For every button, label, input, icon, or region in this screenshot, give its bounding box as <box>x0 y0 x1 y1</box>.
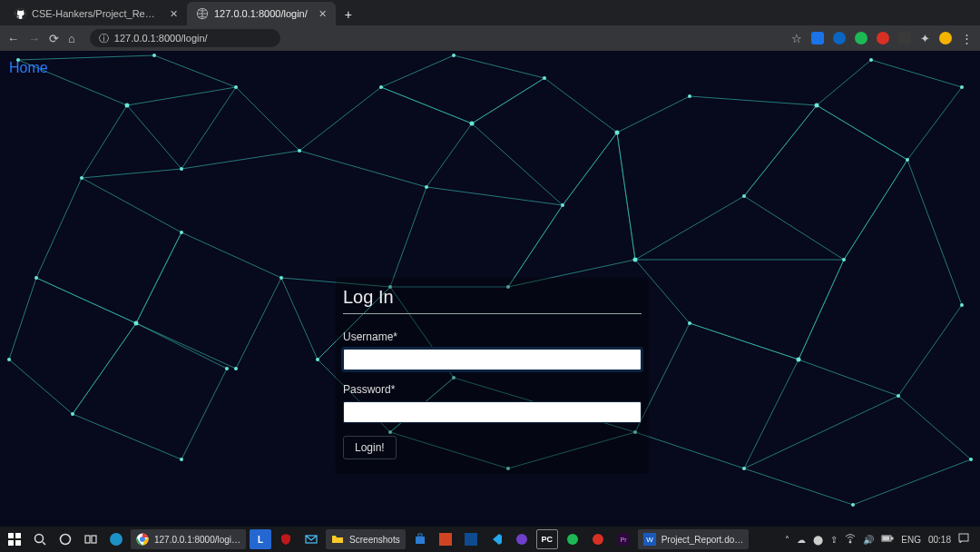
taskbar-app-icon[interactable] <box>435 529 456 549</box>
tab-login[interactable]: 127.0.0.1:8000/login/ ✕ <box>187 2 336 25</box>
taskbar-word[interactable]: W Project_Report.do… <box>638 529 750 549</box>
svg-point-33 <box>906 158 909 162</box>
svg-point-47 <box>869 58 873 62</box>
tray-notifications-icon[interactable] <box>958 533 969 546</box>
svg-point-22 <box>452 54 456 57</box>
tray-wifi-icon[interactable] <box>845 533 856 546</box>
svg-point-35 <box>688 321 691 325</box>
site-info-icon[interactable]: ⓘ <box>99 32 109 45</box>
svg-point-52 <box>35 535 44 543</box>
spotify-icon[interactable] <box>562 529 583 549</box>
cortana-icon[interactable] <box>54 529 76 549</box>
tray-volume-icon[interactable]: 🔊 <box>863 535 874 545</box>
svg-point-16 <box>180 458 183 461</box>
taskbar-chrome-label: 127.0.0.1:8000/logi… <box>154 535 240 545</box>
tray-clock[interactable]: 00:18 <box>928 535 951 545</box>
forward-button[interactable]: → <box>28 32 40 45</box>
svg-point-64 <box>516 534 527 545</box>
taskbar-app-icon[interactable] <box>460 529 482 549</box>
svg-rect-73 <box>891 537 893 539</box>
home-button[interactable]: ⌂ <box>68 32 75 45</box>
premiere-icon[interactable]: Pr <box>612 529 634 549</box>
edge-icon[interactable] <box>105 529 127 549</box>
back-button[interactable]: ← <box>7 32 19 45</box>
word-icon: W <box>643 533 656 546</box>
svg-point-65 <box>567 534 578 545</box>
svg-point-53 <box>61 535 71 545</box>
extension-icon[interactable] <box>855 32 867 44</box>
svg-point-14 <box>7 358 11 361</box>
svg-point-6 <box>180 167 183 171</box>
svg-point-17 <box>279 276 283 280</box>
svg-point-25 <box>561 203 564 207</box>
svg-rect-51 <box>15 540 21 546</box>
svg-point-21 <box>425 185 428 189</box>
tray-icon[interactable]: ☁ <box>797 535 806 545</box>
svg-point-46 <box>960 85 964 89</box>
extensions-puzzle-icon[interactable]: ✦ <box>920 32 930 45</box>
taskbar-explorer[interactable]: Screenshots <box>326 529 406 549</box>
svg-point-11 <box>134 321 139 326</box>
login-button[interactable]: Login! <box>343 436 397 459</box>
globe-icon <box>196 7 209 20</box>
svg-point-45 <box>851 503 855 507</box>
svg-point-13 <box>71 412 74 416</box>
github-icon <box>15 7 26 20</box>
password-input[interactable] <box>343 401 642 423</box>
extension-icon[interactable] <box>898 32 911 44</box>
new-tab-button[interactable]: + <box>336 4 361 25</box>
mail-icon[interactable] <box>300 529 322 549</box>
tab-project-report[interactable]: CSE-Hankers/Project_Report.pdf ✕ <box>5 2 187 25</box>
password-label: Password* <box>343 383 642 396</box>
svg-rect-63 <box>465 533 477 546</box>
taskbar-chrome[interactable]: 127.0.0.1:8000/logi… <box>131 529 246 549</box>
svg-text:W: W <box>646 536 653 544</box>
tray-battery-icon[interactable] <box>881 534 894 545</box>
svg-point-19 <box>379 85 383 89</box>
svg-rect-50 <box>8 540 14 546</box>
svg-point-9 <box>298 149 301 153</box>
svg-rect-55 <box>92 536 96 543</box>
mcafee-icon[interactable] <box>275 529 297 549</box>
taskbar-app-icon[interactable]: PC <box>536 529 558 549</box>
svg-rect-60 <box>416 537 425 544</box>
start-button[interactable] <box>4 529 25 549</box>
login-card: Log In Username* Password* Login! <box>336 278 649 474</box>
browser-toolbar: ← → ⟳ ⌂ ⓘ 127.0.0.1:8000/login/ ☆ ✦ ⋮ <box>0 25 980 51</box>
bookmark-star-icon[interactable]: ☆ <box>791 32 802 45</box>
svg-point-37 <box>960 303 964 307</box>
svg-point-18 <box>234 367 238 370</box>
tray-language[interactable]: ENG <box>901 535 921 545</box>
chrome-menu-icon[interactable]: ⋮ <box>961 32 973 45</box>
tray-icon[interactable]: ⬤ <box>813 535 823 545</box>
close-icon[interactable]: ✕ <box>318 8 327 20</box>
close-icon[interactable]: ✕ <box>170 8 178 20</box>
svg-rect-61 <box>418 534 422 537</box>
svg-point-30 <box>815 104 819 108</box>
search-icon[interactable] <box>29 529 51 549</box>
vscode-icon[interactable] <box>485 529 507 549</box>
home-link[interactable]: Home <box>9 60 48 76</box>
task-view-icon[interactable] <box>80 529 102 549</box>
svg-point-32 <box>842 258 846 261</box>
username-input[interactable] <box>343 349 642 370</box>
system-tray: ˄ ☁ ⬤ ⇪ 🔊 ENG 00:18 <box>785 533 976 546</box>
svg-point-43 <box>316 358 319 361</box>
svg-point-34 <box>797 358 801 362</box>
reload-button[interactable]: ⟳ <box>49 32 59 45</box>
tab-title: 127.0.0.1:8000/login/ <box>214 8 308 19</box>
extension-icon[interactable] <box>811 32 824 44</box>
extension-icon[interactable] <box>877 32 889 44</box>
taskbar-app-icon[interactable]: L <box>250 529 271 549</box>
svg-point-24 <box>615 131 620 135</box>
page-viewport: Home Log In Username* Password* Login! <box>0 51 980 527</box>
address-bar[interactable]: ⓘ 127.0.0.1:8000/login/ <box>90 29 280 47</box>
profile-avatar-icon[interactable] <box>939 32 952 44</box>
github-desktop-icon[interactable] <box>511 529 533 549</box>
svg-point-15 <box>225 367 229 370</box>
extension-icon[interactable] <box>833 32 846 44</box>
tray-chevron-icon[interactable]: ˄ <box>785 535 789 545</box>
store-icon[interactable] <box>409 529 431 549</box>
tray-icon[interactable]: ⇪ <box>830 535 838 545</box>
taskbar-app-icon[interactable] <box>587 529 609 549</box>
